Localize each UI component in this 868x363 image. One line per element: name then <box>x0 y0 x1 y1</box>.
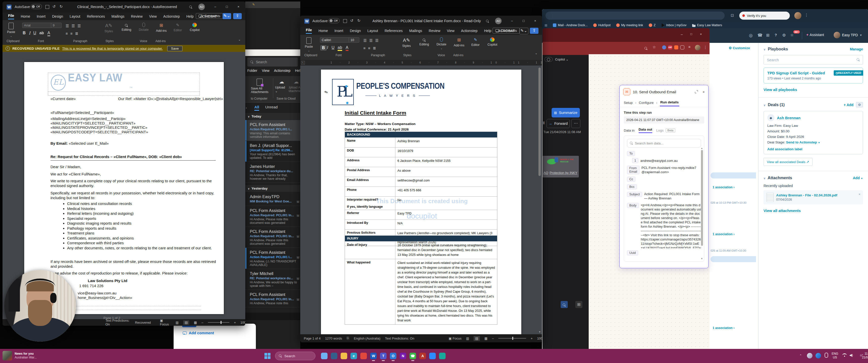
font-color-button[interactable]: A <box>346 45 348 51</box>
assistant-button[interactable]: ✦ Assistant <box>806 33 824 37</box>
mail-group-yesterday[interactable]: ∨ Yesterday <box>245 185 300 192</box>
dictate-button[interactable]: Dictate⌄ <box>436 37 446 50</box>
underline-button[interactable]: U <box>33 31 36 35</box>
undo-icon[interactable]: ↺ <box>53 4 56 9</box>
address-fields[interactable]: «MailingAddressLine|pt=Selected__Partici… <box>51 117 148 134</box>
print-layout-icon[interactable]: ▤ <box>183 320 189 325</box>
paragraph-icons[interactable]: ☰☰☰ <box>66 24 83 28</box>
search-icon[interactable] <box>645 47 648 50</box>
close-button[interactable]: × <box>232 3 244 10</box>
deals-section-header[interactable]: ∨ Deals (1) <box>764 103 785 107</box>
news-widget[interactable]: News for youAustralian War... <box>2 351 37 361</box>
scroll-up-icon[interactable]: ▲ <box>701 147 703 150</box>
association-link[interactable]: 1 association › <box>713 326 735 330</box>
address-bar[interactable] <box>546 11 725 20</box>
attachment-card[interactable]: Ashley Brennan - File - 02.04.2026.pdf 0… <box>764 190 863 204</box>
upload-button[interactable]: ☁ Upload ⌄ <box>275 79 288 93</box>
search-icon[interactable] <box>486 20 489 23</box>
calling-icon[interactable]: ☎ <box>757 33 763 38</box>
focus-button[interactable]: ▣ Focus <box>160 319 171 326</box>
adblock-extension-icon[interactable]: ABP <box>668 45 672 50</box>
customize-button[interactable]: ⚙ Customize <box>729 46 750 50</box>
addins-button[interactable]: ⊞Add-ins <box>454 37 464 47</box>
close-icon[interactable]: × <box>703 90 705 94</box>
bookmark-item[interactable]: My meeting link <box>616 24 643 27</box>
view-associated-deals-button[interactable]: View all associated Deals ↗ <box>764 158 812 166</box>
zoom-slider[interactable] <box>498 338 526 338</box>
pen-tools-button[interactable]: ✎⌄ <box>519 28 528 34</box>
share-button[interactable]: ⇪ <box>233 13 242 19</box>
add-attachment-button[interactable]: Add ▼ <box>853 176 863 180</box>
current-date-field[interactable]: «Current date» <box>51 96 76 101</box>
zoom-in-button[interactable]: + <box>531 336 533 340</box>
paragraph-icons[interactable]: ☰☰☰ <box>363 38 381 43</box>
language[interactable]: English (Australia) <box>354 336 380 340</box>
ribbon-tab[interactable]: Layout <box>70 14 80 19</box>
zoom-slider[interactable] <box>208 322 229 323</box>
ribbon-tab[interactable]: Design <box>52 14 63 19</box>
save-icon[interactable] <box>343 19 347 23</box>
copilot-button[interactable]: Copilot <box>488 37 497 46</box>
editor-button[interactable]: ✎Editor <box>471 37 480 46</box>
breadcrumb-run-details[interactable]: Run details <box>660 99 679 106</box>
align-icons[interactable]: ≡≡≣ <box>66 31 81 36</box>
autosave-toggle[interactable]: Off <box>31 4 42 9</box>
paste-button[interactable]: Paste⌄ <box>305 37 313 52</box>
outlook-menu-item[interactable]: View <box>262 69 270 75</box>
outlook-menu-item[interactable]: Folder <box>247 69 257 75</box>
attachments-section-header[interactable]: ∨ Attachments <box>764 176 792 180</box>
web-layout-icon[interactable]: ▦ <box>485 336 488 340</box>
tab-data-in[interactable]: Data in <box>624 129 634 132</box>
tab-logs[interactable]: Logs <box>656 129 663 132</box>
zoom-level[interactable]: 100% <box>241 321 245 324</box>
apps-icon[interactable]: ⊞ <box>766 33 769 38</box>
highlight-button[interactable]: ab <box>338 45 342 51</box>
browser-avatar[interactable] <box>794 12 801 19</box>
ribbon-tab[interactable]: Layout <box>367 29 378 33</box>
microphone-tray-icon[interactable] <box>825 353 828 358</box>
add-association-label-link[interactable]: Add association label <box>767 147 859 151</box>
ribbon-collapse-icon[interactable]: ⌄ <box>535 52 537 55</box>
expand-icon[interactable] <box>695 90 698 93</box>
deal-card[interactable]: ◆ Ash Brennan Law Firm: Easy Law Amount:… <box>764 111 863 154</box>
dictate-button[interactable]: Dictate <box>139 23 149 32</box>
bookmark-star-icon[interactable]: ☆ <box>652 45 656 50</box>
share-button[interactable]: ⇪ <box>530 28 538 34</box>
apps-grid-icon[interactable]: ⊞ <box>545 24 547 27</box>
ribbon-tab[interactable]: View <box>149 14 157 19</box>
bookmark-item[interactable]: Easy Law Matters <box>692 24 722 27</box>
vertical-scrollbar[interactable] <box>538 68 541 176</box>
proofing-icon[interactable]: ⎘ <box>347 336 349 340</box>
notifications-bell-icon[interactable]: ⍾ <box>791 33 793 37</box>
ribbon-tab[interactable]: Insert <box>37 14 45 19</box>
bold-button[interactable]: B <box>23 31 26 35</box>
association-link[interactable]: 1 association › <box>713 186 735 189</box>
banner-save-button[interactable]: Save <box>167 46 183 51</box>
maximize-button[interactable]: □ <box>221 3 232 10</box>
editing-button[interactable]: Editing <box>420 37 429 46</box>
taskbar-search[interactable]: Search <box>275 352 315 360</box>
ribbon-tab[interactable]: References <box>87 14 105 19</box>
account-avatar[interactable]: AD <box>198 3 205 10</box>
ribbon-tab[interactable]: File <box>8 13 14 20</box>
font-name-select[interactable]: Calibri <box>320 37 350 43</box>
autosave-toggle[interactable]: Off <box>329 18 340 23</box>
account-avatar[interactable]: AD <box>495 18 502 24</box>
ribbon-tab[interactable]: References <box>384 29 403 33</box>
redo-icon[interactable]: ↻ <box>357 19 361 23</box>
start-button[interactable] <box>265 353 271 359</box>
ribbon-tab[interactable]: Help <box>484 29 491 33</box>
ribbon-tab[interactable]: File <box>306 28 312 34</box>
association-link[interactable]: 1 association › <box>713 232 735 236</box>
bookmark-item[interactable]: Mail - Andrew Dock... <box>553 24 588 27</box>
extension-lock-icon[interactable] <box>662 45 666 50</box>
mail-list-item[interactable]: James Hunter RE: Potential workplace du.… <box>245 162 300 183</box>
ribbon-tab[interactable]: Design <box>350 29 361 33</box>
manage-playbooks-link[interactable]: Manage <box>850 47 863 51</box>
view-all-playbooks-link[interactable]: View all playbooks <box>764 88 863 92</box>
scroll-down-icon[interactable]: ▼ <box>701 257 703 260</box>
save-all-attachments-button[interactable]: Save AllAttachments <box>249 79 271 94</box>
store-icon[interactable] <box>331 353 337 359</box>
minimize-button[interactable]: – <box>210 3 221 10</box>
inky-faq-fragment[interactable]: AQ <box>544 171 548 175</box>
